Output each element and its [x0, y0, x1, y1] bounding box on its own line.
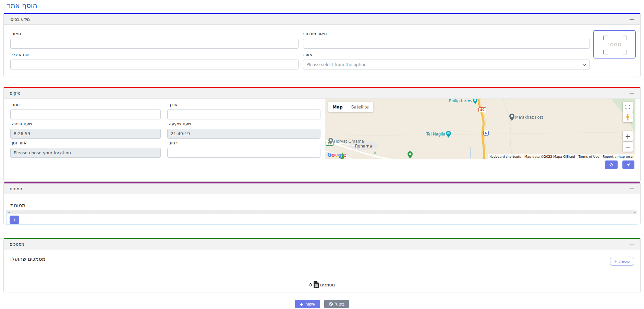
- english-name-field: שם אנגלי:: [10, 52, 299, 69]
- map-pin-icon: [328, 138, 333, 144]
- poi-tree-marker[interactable]: [408, 151, 413, 158]
- images-strip: ◄ ► +: [7, 210, 637, 224]
- documents-count-value: 0: [309, 282, 312, 287]
- page-title: הוסף אתר: [7, 1, 37, 10]
- show-on-map-button[interactable]: [605, 160, 618, 169]
- longitude-input[interactable]: [167, 110, 320, 119]
- map-pin-icon: [509, 114, 514, 121]
- logo-upload-box[interactable]: LOGO: [593, 30, 636, 59]
- add-image-button[interactable]: +: [10, 216, 19, 224]
- map-attribution: Keyboard shortcuts Map data ©2022 Mapa G…: [488, 154, 635, 159]
- poi-philip-farms[interactable]: Philip farms: [449, 99, 477, 104]
- section-basic-header: מידע בסיסי —: [4, 14, 640, 25]
- description-field: תאור:: [10, 31, 299, 49]
- poi-ruhama[interactable]: Ruhama: [355, 144, 372, 149]
- collapse-icon[interactable]: —: [629, 17, 634, 22]
- map-zoom-in-button[interactable]: +: [623, 131, 633, 141]
- keyboard-shortcuts-link[interactable]: Keyboard shortcuts: [488, 154, 523, 159]
- description-label: תאור:: [10, 31, 299, 36]
- map-pegman-button[interactable]: [623, 112, 633, 122]
- street-field: רחוב:: [167, 140, 320, 158]
- extended-description-input[interactable]: [303, 39, 590, 49]
- footer-actions: + אישור ביטול: [0, 300, 644, 308]
- section-location: מיקום — רוחב: אורך: שעת זריחה: שעת שקיעה…: [3, 87, 641, 182]
- sunset-field: שעת שקיעה:: [167, 121, 320, 139]
- document-icon: [313, 281, 319, 288]
- section-images-header: תמונות —: [4, 183, 640, 194]
- ban-icon: [329, 302, 333, 306]
- section-basic-title: מידע בסיסי: [10, 17, 30, 22]
- documents-count-label: מסמכים: [320, 282, 335, 287]
- section-basic-info: מידע בסיסי — תאור: תאור מורחב: שם אנגלי:…: [3, 13, 641, 77]
- documents-count: 0 מסמכים: [4, 281, 640, 288]
- sunset-input: [167, 129, 320, 139]
- tree-pin-icon: [408, 151, 413, 158]
- sunrise-field: שעת זריחה:: [10, 121, 161, 139]
- timezone-input: [10, 148, 161, 158]
- route-badge-40: 40: [478, 107, 486, 112]
- section-location-title: מיקום: [10, 91, 21, 96]
- latitude-input[interactable]: [10, 110, 161, 119]
- google-logo[interactable]: Google: [327, 152, 347, 158]
- google-map[interactable]: Philip farms 40 6 34 Tel Nagila Ma'akhaz…: [325, 99, 635, 159]
- locate-me-button[interactable]: [622, 160, 634, 169]
- region-label: אזור:: [303, 52, 590, 57]
- logo-placeholder-text: LOGO: [607, 42, 622, 47]
- chevron-down-icon: [582, 61, 586, 68]
- extended-description-field: תאור מורחב:: [303, 31, 590, 49]
- longitude-label: אורך:: [167, 102, 320, 107]
- english-name-label: שם אנגלי:: [10, 52, 299, 57]
- terms-of-use-link[interactable]: Terms of Use: [577, 154, 601, 159]
- fullscreen-icon: [625, 105, 630, 109]
- section-images-title: תמונות: [10, 186, 22, 191]
- section-documents-header: מסמכים —: [4, 239, 640, 249]
- section-documents-title: מסמכים: [10, 242, 24, 247]
- poi-maakhaz-post[interactable]: Ma'akhaz Post: [509, 114, 543, 121]
- region-field: אזור: Please select from the option: [303, 52, 590, 69]
- route-badge-6: 6: [483, 131, 489, 136]
- navigation-arrow-icon: [626, 163, 631, 167]
- collapse-icon[interactable]: —: [629, 242, 634, 247]
- pegman-icon: [626, 114, 630, 121]
- region-select-placeholder: Please select from the option: [306, 62, 366, 67]
- map-pin-icon: [446, 131, 451, 138]
- poi-tel-nagila[interactable]: Tel Nagila: [426, 131, 451, 138]
- section-documents: מסמכים — מסמכים שהועלו + הוספה 0 מסמכים: [3, 238, 641, 292]
- map-tab[interactable]: Map: [328, 102, 347, 112]
- images-scrollbar[interactable]: ◄ ►: [7, 210, 637, 214]
- street-label: רחוב:: [167, 140, 320, 145]
- scroll-right-icon[interactable]: ►: [634, 211, 636, 214]
- collapse-icon[interactable]: —: [629, 91, 634, 96]
- map-pin-icon: [473, 99, 477, 104]
- images-label: תמונות: [10, 202, 25, 208]
- region-select[interactable]: Please select from the option: [303, 60, 590, 69]
- sunset-label: שעת שקיעה:: [167, 121, 320, 126]
- scroll-left-icon[interactable]: ◄: [8, 211, 10, 214]
- map-fullscreen-button[interactable]: [623, 102, 633, 112]
- sunrise-input: [10, 129, 161, 139]
- cancel-button[interactable]: ביטול: [324, 300, 349, 308]
- uploaded-documents-label: מסמכים שהועלו: [10, 256, 46, 262]
- map-data-text: Map data ©2022 Mapa GISrael: [523, 154, 576, 159]
- diamond-icon: [609, 163, 613, 167]
- plus-icon: +: [300, 301, 304, 307]
- sunrise-label: שעת זריחה:: [10, 121, 161, 126]
- satellite-tab[interactable]: Satellite: [347, 102, 373, 112]
- map-type-control: Map Satellite: [328, 102, 373, 112]
- longitude-field: אורך:: [167, 102, 320, 119]
- collapse-icon[interactable]: —: [629, 186, 634, 191]
- description-input[interactable]: [10, 39, 299, 49]
- confirm-button[interactable]: + אישור: [295, 300, 320, 308]
- report-map-error-link[interactable]: Report a map error: [601, 154, 635, 159]
- latitude-label: רוחב:: [10, 102, 161, 107]
- add-document-button[interactable]: + הוספה: [610, 257, 634, 266]
- latitude-field: רוחב:: [10, 102, 161, 119]
- street-input[interactable]: [167, 148, 320, 158]
- english-name-input[interactable]: [10, 60, 299, 69]
- map-zoom-out-button[interactable]: −: [623, 142, 633, 152]
- timezone-label: אזור זמן:: [10, 140, 161, 145]
- plus-icon: +: [614, 259, 618, 264]
- extended-description-label: תאור מורחב:: [303, 31, 590, 36]
- section-images: תמונות — תמונות ◄ ► +: [3, 182, 641, 224]
- timezone-field: אזור זמן:: [10, 140, 161, 158]
